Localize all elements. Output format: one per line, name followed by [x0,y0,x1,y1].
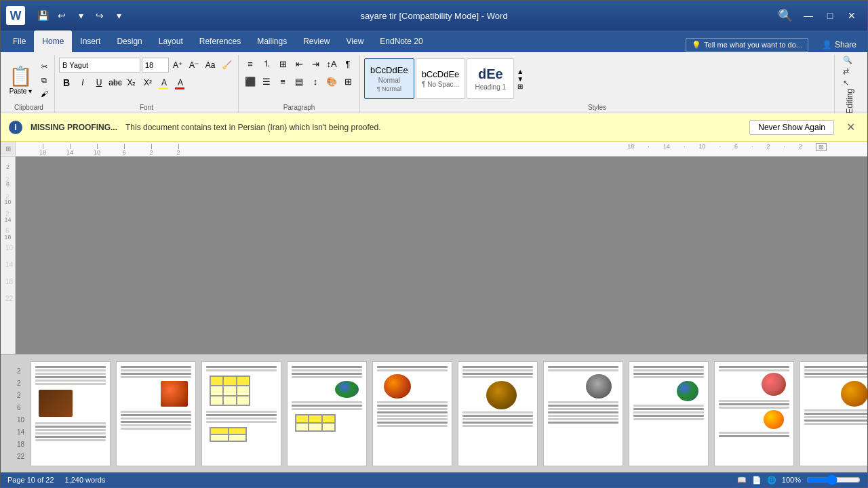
app-icon: W [6,6,25,25]
decrease-indent-button[interactable]: ⇤ [292,56,307,71]
clear-formatting-button[interactable]: 🧹 [219,58,234,73]
thumbnails-strip: 2 2 2 6 10 14 18 22 [1,354,867,472]
thumbnail-1[interactable] [31,361,111,466]
bold-button[interactable]: B [59,75,74,90]
thumbnail-7[interactable] [543,361,623,466]
tab-mailings[interactable]: Mailings [249,30,295,52]
notification-close-button[interactable]: ✕ [842,119,859,135]
minimize-button[interactable]: — [798,6,818,25]
increase-indent-button[interactable]: ⇥ [308,56,323,71]
zoom-slider[interactable] [806,474,861,485]
ruler-scale: 18·14·10·6·2·2 ⊠ [627,143,827,151]
styles-scroll-down[interactable]: ▼ [515,75,525,83]
text-highlight-button[interactable]: A [157,75,172,90]
tab-design[interactable]: Design [108,30,150,52]
styles-scroll-up[interactable]: ▲ [515,68,525,75]
bullets-button[interactable]: ≡ [243,56,258,71]
thumbnail-6[interactable] [458,361,538,466]
italic-button[interactable]: I [75,75,90,90]
show-marks-button[interactable]: ¶ [340,56,355,71]
styles-label: Styles [363,102,831,113]
tab-layout[interactable]: Layout [151,30,191,52]
shading-button[interactable]: 🎨 [324,74,339,89]
quick-access-toolbar: 💾 ↩ ▾ ↪ ▾ [35,7,127,24]
share-button[interactable]: 👤 Share [816,37,862,52]
zoom-level: 100% [782,476,801,484]
thumbnail-9[interactable] [714,361,794,466]
style-no-spacing[interactable]: bCcDdEe ¶ No Spac... [416,58,466,99]
view-read-button[interactable]: 📖 [737,476,747,485]
align-left-button[interactable]: ⬛ [243,74,258,89]
ruler-corner[interactable]: ⊞ [1,142,16,156]
align-right-button[interactable]: ≡ [275,74,290,89]
person-icon: 👤 [822,40,832,49]
thumbnail-2[interactable] [116,361,196,466]
thumbnail-8[interactable] [629,361,709,466]
tab-file[interactable]: File [5,30,34,52]
customize-qat[interactable]: ▾ [111,7,127,24]
tab-insert[interactable]: Insert [72,30,108,52]
subscript-button[interactable]: X₂ [124,75,139,90]
clipboard-label: Clipboard [6,102,52,113]
style-normal[interactable]: bCcDdEe Normal ¶ Normal [364,58,414,99]
tell-me-button[interactable]: 💡 Tell me what you want to do... [686,38,808,52]
undo-dropdown[interactable]: ▾ [73,7,89,24]
thumbnail-5[interactable] [372,361,452,466]
find-button[interactable]: 🔍 [840,54,859,66]
status-bar: Page 10 of 22 1,240 words 📖 📄 🌐 100% [1,472,867,487]
font-size-selector[interactable] [142,58,169,73]
thumbnail-3[interactable] [201,361,281,466]
document-area[interactable]: 2 6 10 14 18 222610141822 [1,157,867,354]
numbering-button[interactable]: ⒈ [259,56,274,71]
page-info: Page 10 of 22 [7,476,54,484]
search-button[interactable]: 🔍 [774,6,797,25]
select-button[interactable]: ↖ [840,77,859,89]
paste-button[interactable]: 📋 Paste ▾ [6,64,35,96]
font-group: A⁺ A⁻ Aa 🧹 B I U abc X₂ X² A A Font [55,55,239,113]
redo-button[interactable]: ↪ [92,7,108,24]
page-numbers: 222610141822 [5,176,13,302]
borders-button[interactable]: ⊞ [340,74,355,89]
view-layout-button[interactable]: 📄 [752,476,762,485]
superscript-button[interactable]: X² [140,75,155,90]
multilevel-button[interactable]: ⊞ [275,56,290,71]
change-case-button[interactable]: Aa [203,58,218,73]
justify-button[interactable]: ▤ [292,74,307,89]
format-painter-button[interactable]: 🖌 [37,87,52,100]
notification-icon: i [9,121,22,134]
font-name-selector[interactable] [59,58,140,73]
sort-button[interactable]: ↕A [324,56,339,71]
strikethrough-button[interactable]: abc [108,75,123,90]
word-count: 1,240 words [65,476,106,484]
cut-button[interactable]: ✂ [37,60,52,73]
tab-view[interactable]: View [338,30,372,52]
tab-home[interactable]: Home [34,30,72,52]
font-color-button[interactable]: A [173,75,188,90]
font-group-label: Font [58,102,235,113]
undo-button[interactable]: ↩ [54,7,70,24]
tab-review[interactable]: Review [295,30,338,52]
thumbnail-4[interactable] [287,361,367,466]
save-button[interactable]: 💾 [35,7,51,24]
paragraph-group: ≡ ⒈ ⊞ ⇤ ⇥ ↕A ¶ ⬛ ☰ ≡ ▤ ↕ 🎨 ⊞ Paragraph [239,55,360,113]
replace-button[interactable]: ⇄ [840,66,859,77]
view-web-button[interactable]: 🌐 [767,476,776,485]
increase-font-button[interactable]: A⁺ [170,58,185,73]
maximize-button[interactable]: □ [820,6,840,25]
select-icon: ↖ [843,79,849,87]
editing-label: Editing [845,89,854,114]
replace-icon: ⇄ [843,67,849,76]
close-button[interactable]: ✕ [842,6,862,25]
copy-button[interactable]: ⧉ [37,74,52,86]
style-heading1[interactable]: dEe Heading 1 [467,58,514,99]
line-spacing-button[interactable]: ↕ [308,74,323,89]
tab-endnote[interactable]: EndNote 20 [372,30,431,52]
decrease-font-button[interactable]: A⁻ [186,58,201,73]
window-controls: 🔍 — □ ✕ [774,6,862,25]
styles-expand[interactable]: ⊞ [515,83,525,90]
never-show-button[interactable]: Never Show Again [749,120,834,135]
underline-button[interactable]: U [92,75,106,90]
thumbnail-10[interactable] [800,361,867,466]
align-center-button[interactable]: ☰ [259,74,274,89]
tab-references[interactable]: References [191,30,249,52]
